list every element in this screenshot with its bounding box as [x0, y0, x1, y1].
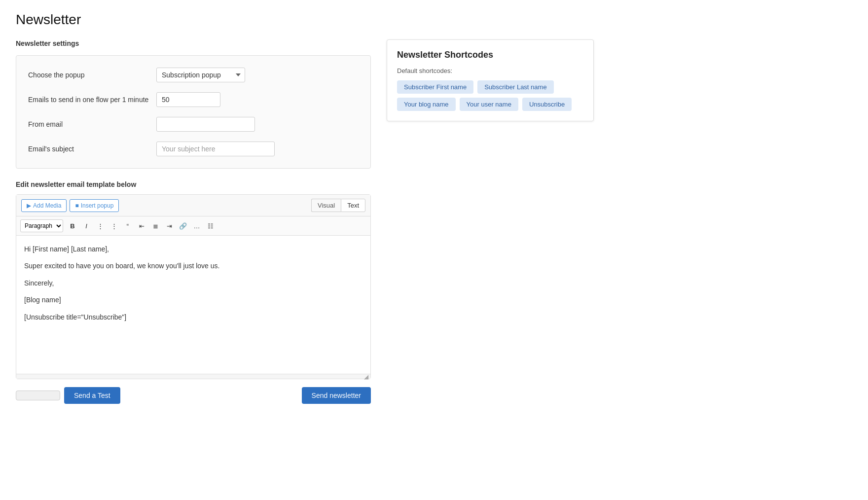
popup-label: Choose the popup: [28, 71, 156, 79]
blockquote-button[interactable]: “: [121, 219, 134, 232]
from-email-input[interactable]: [156, 117, 255, 132]
media-icon: ▶: [27, 202, 31, 209]
editor-section: Edit newsletter email template below ▶ A…: [16, 180, 371, 379]
content-line-1: Hi [First name] [Last name],: [24, 244, 362, 254]
shortcodes-subtitle: Default shortcodes:: [397, 67, 583, 74]
emails-input[interactable]: [156, 92, 220, 107]
shortcode-badge-1[interactable]: Subscriber Last name: [477, 80, 553, 94]
emails-row: Emails to send in one flow per 1 minute: [28, 92, 359, 107]
settings-section: Newsletter settings Choose the popup Sub…: [16, 39, 371, 169]
page-title: Newsletter: [16, 12, 852, 28]
link-button[interactable]: 🔗: [177, 219, 189, 232]
content-line-5: [Unsubscribe title="Unsubscribe"]: [24, 312, 362, 322]
content-line-3: Sincerely,: [24, 278, 362, 288]
unordered-list-button[interactable]: ⋮: [94, 219, 107, 232]
tab-visual[interactable]: Visual: [311, 199, 341, 212]
more-button[interactable]: …: [190, 219, 203, 232]
popup-select-wrapper: Subscription popup Contact popup: [156, 68, 245, 82]
insert-popup-label: Insert popup: [81, 202, 114, 209]
content-line-4: [Blog name]: [24, 294, 362, 305]
tab-text[interactable]: Text: [341, 199, 365, 212]
settings-box: Choose the popup Subscription popup Cont…: [16, 55, 371, 169]
subject-input[interactable]: [156, 142, 275, 156]
shortcodes-panel: Newsletter Shortcodes Default shortcodes…: [387, 39, 594, 121]
shortcodes-title: Newsletter Shortcodes: [397, 50, 583, 60]
insert-popup-button[interactable]: ■ Insert popup: [70, 199, 119, 212]
shortcode-badge-2[interactable]: Your blog name: [397, 98, 456, 111]
shortcodes-grid: Subscriber First nameSubscriber Last nam…: [397, 80, 583, 111]
send-test-button[interactable]: Send a Test: [64, 387, 120, 404]
editor-section-title: Edit newsletter email template below: [16, 180, 371, 188]
italic-button[interactable]: I: [80, 219, 93, 232]
resize-dots-icon: ◢: [364, 374, 368, 380]
editor-topbar: ▶ Add Media ■ Insert popup Visual Text: [16, 195, 370, 216]
shortcode-badge-3[interactable]: Your user name: [460, 98, 518, 111]
subject-row: Email's subject: [28, 142, 359, 156]
table-button[interactable]: ☷: [204, 219, 217, 232]
from-email-label: From email: [28, 120, 156, 128]
editor-view-tabs: Visual Text: [311, 199, 365, 212]
align-center-button[interactable]: ≣: [149, 219, 162, 232]
align-left-button[interactable]: ⇤: [135, 219, 148, 232]
align-right-button[interactable]: ⇥: [163, 219, 176, 232]
emails-label: Emails to send in one flow per 1 minute: [28, 96, 156, 104]
add-media-button[interactable]: ▶ Add Media: [21, 199, 67, 212]
editor-resize-handle[interactable]: ◢: [16, 374, 370, 379]
bottom-actions: Send a Test Send newsletter: [16, 387, 371, 404]
content-line-2: Super excited to have you on board, we k…: [24, 260, 362, 271]
ordered-list-button[interactable]: ⋮: [108, 219, 120, 232]
settings-section-title: Newsletter settings: [16, 39, 371, 47]
right-column: Newsletter Shortcodes Default shortcodes…: [387, 39, 594, 121]
popup-icon: ■: [75, 202, 78, 209]
from-email-row: From email: [28, 117, 359, 132]
shortcode-badge-0[interactable]: Subscriber First name: [397, 80, 473, 94]
popup-select[interactable]: Subscription popup Contact popup: [156, 68, 245, 82]
editor-content-area[interactable]: Hi [First name] [Last name], Super excit…: [16, 236, 370, 374]
send-newsletter-button[interactable]: Send newsletter: [302, 387, 371, 404]
subject-label: Email's subject: [28, 145, 156, 153]
editor-wrapper: ▶ Add Media ■ Insert popup Visual Text: [16, 194, 371, 379]
add-media-label: Add Media: [33, 202, 61, 209]
shortcode-badge-4[interactable]: Unsubscribe: [522, 98, 572, 111]
bold-button[interactable]: B: [66, 219, 79, 232]
popup-row: Choose the popup Subscription popup Cont…: [28, 68, 359, 82]
editor-topbar-left: ▶ Add Media ■ Insert popup: [21, 199, 119, 212]
paragraph-select[interactable]: Paragraph Heading 1 Heading 2: [20, 219, 63, 232]
save-button[interactable]: [16, 391, 60, 400]
bottom-left-actions: Send a Test: [16, 387, 120, 404]
editor-toolbar: Paragraph Heading 1 Heading 2 B I ⋮ ⋮ “ …: [16, 216, 370, 236]
